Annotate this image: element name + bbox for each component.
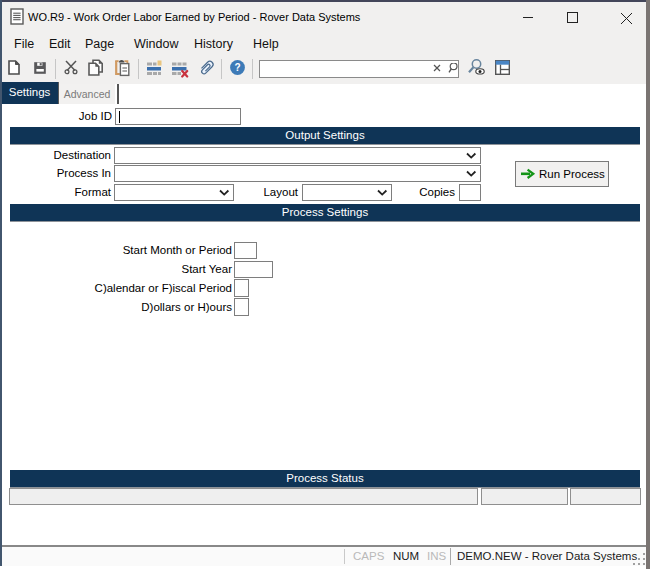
svg-text:?: ? xyxy=(234,62,240,73)
